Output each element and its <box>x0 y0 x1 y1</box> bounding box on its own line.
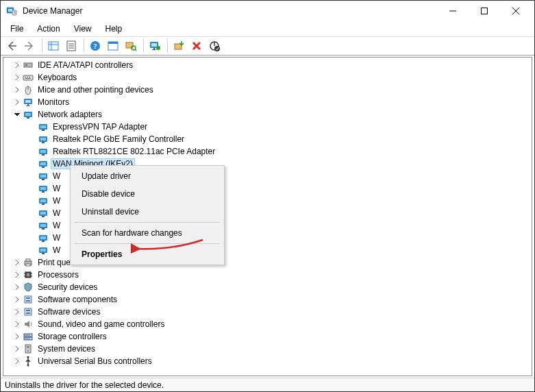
svg-rect-77 <box>40 236 46 239</box>
tree-node[interactable]: Security devices <box>5 281 530 293</box>
mouse-icon <box>23 84 34 95</box>
menu-item-action[interactable]: Action <box>30 21 66 36</box>
show-toolbar-icon[interactable] <box>105 38 121 54</box>
svg-point-100 <box>30 338 32 339</box>
app-icon <box>6 5 17 16</box>
svg-rect-56 <box>40 150 46 153</box>
printer-icon <box>23 257 34 268</box>
tree-node[interactable]: Keyboards <box>5 71 530 84</box>
chevron-right-icon[interactable] <box>13 61 21 69</box>
svg-rect-39 <box>25 78 31 79</box>
svg-rect-59 <box>40 162 46 165</box>
uninstall-icon[interactable] <box>188 38 205 54</box>
back-icon[interactable] <box>3 38 20 54</box>
chevron-right-icon[interactable] <box>13 320 21 328</box>
netadapter-icon <box>23 109 34 120</box>
svg-rect-102 <box>27 346 29 347</box>
chevron-right-icon[interactable] <box>13 332 21 341</box>
svg-rect-51 <box>42 130 45 131</box>
context-menu-item[interactable]: Properties <box>72 245 223 263</box>
tree-node[interactable]: Processors <box>5 269 530 281</box>
chevron-right-icon[interactable] <box>13 86 21 94</box>
sound-icon <box>23 319 34 330</box>
svg-rect-38 <box>29 77 30 77</box>
menu-item-file[interactable]: File <box>3 21 30 36</box>
close-button[interactable] <box>500 1 532 21</box>
svg-rect-69 <box>42 204 45 205</box>
chevron-right-icon[interactable] <box>13 271 21 279</box>
tree-node-label: Sound, video and game controllers <box>36 319 166 329</box>
svg-rect-81 <box>42 253 45 254</box>
menu-item-view[interactable]: View <box>67 21 99 36</box>
netadapter-icon <box>38 232 49 243</box>
twisty-none <box>28 135 36 143</box>
toolbar-separator <box>42 39 42 53</box>
chevron-right-icon[interactable] <box>13 98 21 106</box>
tree-node[interactable]: Storage controllers <box>5 330 530 343</box>
forward-icon[interactable] <box>21 38 38 54</box>
tree-node[interactable]: Software components <box>5 293 530 306</box>
software-icon <box>23 306 34 317</box>
tree-node[interactable]: System devices <box>5 343 530 355</box>
context-menu-item[interactable]: Disable device <box>72 185 223 203</box>
tree-node[interactable]: Realtek RTL8821CE 802.11ac PCIe Adapter <box>5 145 530 158</box>
remote-monitor-icon[interactable] <box>147 38 163 54</box>
chevron-down-icon[interactable] <box>13 110 21 119</box>
svg-rect-68 <box>40 199 46 202</box>
chevron-right-icon[interactable] <box>13 357 21 365</box>
svg-rect-34 <box>25 64 27 66</box>
security-icon <box>23 282 34 293</box>
chevron-right-icon[interactable] <box>13 73 21 82</box>
menu-bar: FileActionViewHelp <box>1 21 534 36</box>
minimize-button[interactable] <box>437 1 469 21</box>
svg-line-22 <box>135 49 136 51</box>
chevron-right-icon[interactable] <box>13 295 21 304</box>
disable-icon[interactable] <box>206 38 223 54</box>
toolbar-separator <box>143 39 144 53</box>
tree-node[interactable]: Universal Serial Bus controllers <box>5 355 530 367</box>
svg-rect-60 <box>42 167 45 168</box>
twisty-none <box>28 209 36 217</box>
tree-node[interactable]: ExpressVPN TAP Adapter <box>5 121 530 133</box>
maximize-button[interactable] <box>469 1 500 21</box>
tree-node-label: ExpressVPN TAP Adapter <box>51 122 149 132</box>
context-menu-item[interactable]: Uninstall device <box>72 203 223 221</box>
chevron-right-icon[interactable] <box>13 258 21 267</box>
svg-rect-101 <box>25 345 31 353</box>
svg-point-27 <box>156 46 160 50</box>
cpu-icon <box>23 269 34 280</box>
svg-rect-83 <box>26 259 30 261</box>
context-menu-item[interactable]: Scan for hardware changes <box>72 224 223 242</box>
svg-rect-106 <box>27 356 29 358</box>
update-driver-icon[interactable] <box>171 38 187 54</box>
svg-rect-47 <box>25 113 31 116</box>
chevron-right-icon[interactable] <box>13 308 21 316</box>
twisty-none <box>28 123 36 131</box>
netadapter-icon <box>38 208 49 219</box>
svg-rect-44 <box>27 104 29 106</box>
context-menu-item[interactable]: Update driver <box>72 167 223 185</box>
tree-node[interactable]: Realtek PCIe GbE Family Controller <box>5 133 530 145</box>
chevron-right-icon[interactable] <box>13 283 21 291</box>
tree-node[interactable]: IDE ATA/ATAPI controllers <box>5 59 530 71</box>
twisty-none <box>28 197 36 205</box>
tree-node[interactable]: Network adapters <box>5 108 530 121</box>
software-icon <box>23 294 34 305</box>
context-menu: Update driverDisable deviceUninstall dev… <box>70 165 225 265</box>
menu-item-help[interactable]: Help <box>99 21 129 36</box>
scan-hardware-icon[interactable] <box>123 38 139 54</box>
properties-panel-icon[interactable] <box>63 38 79 54</box>
tree-node[interactable]: Monitors <box>5 96 530 108</box>
svg-rect-91 <box>25 296 32 303</box>
svg-rect-80 <box>40 249 46 252</box>
netadapter-icon <box>38 134 49 145</box>
chevron-right-icon[interactable] <box>13 345 21 353</box>
tree-node[interactable]: Mice and other pointing devices <box>5 84 530 96</box>
twisty-none <box>28 246 36 254</box>
tree-node[interactable]: Sound, video and game controllers <box>5 318 530 330</box>
tree-node-label: W <box>51 171 62 181</box>
tree-node[interactable]: Software devices <box>5 306 530 318</box>
show-hidden-icon[interactable] <box>45 38 62 54</box>
tree-node-label: Realtek RTL8821CE 802.11ac PCIe Adapter <box>51 147 216 156</box>
help-icon[interactable]: ? <box>87 38 103 54</box>
